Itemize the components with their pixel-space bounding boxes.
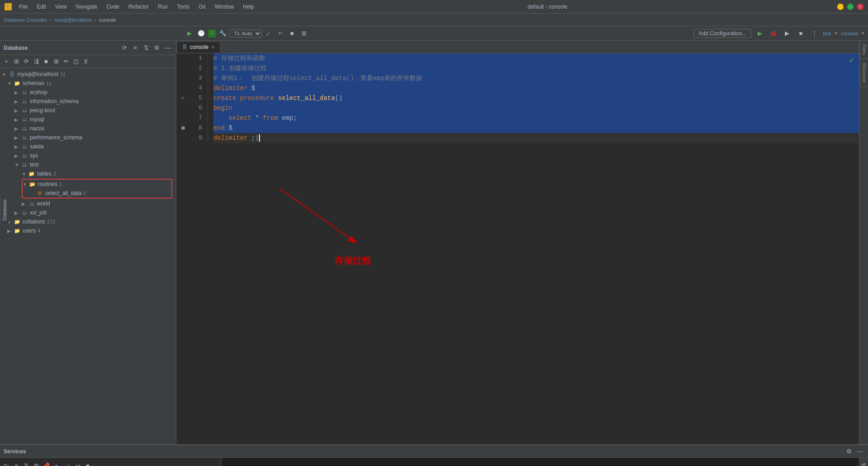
- db-schema-icon[interactable]: ⇶: [32, 57, 41, 66]
- menu-view[interactable]: View: [52, 3, 71, 11]
- bottom-hide-icon[interactable]: —: [855, 447, 864, 456]
- tree-item-jeecg-boot[interactable]: ▶ 🗂 jeecg-boot: [0, 106, 176, 115]
- code-line-5: create procedure select_all_data(): [213, 93, 859, 103]
- test-connection-label[interactable]: test: [823, 31, 831, 36]
- db-ddl-icon[interactable]: ◫: [71, 57, 80, 66]
- run-config-coverage[interactable]: ▶: [782, 29, 792, 38]
- db-edit-icon[interactable]: ✏: [61, 57, 71, 66]
- tree-item-ecshop[interactable]: ▶ 🗂 ecshop: [0, 88, 176, 97]
- db-hide-icon[interactable]: —: [163, 43, 172, 52]
- menu-help[interactable]: Help: [239, 3, 258, 11]
- tree-item-collations[interactable]: ▶ 📁 collations 272: [0, 217, 176, 226]
- tree-item-tables[interactable]: ▼ 📁 tables 3: [0, 169, 176, 178]
- db-table-icon[interactable]: ⊞: [52, 57, 61, 66]
- db-add-icon[interactable]: +: [2, 57, 11, 66]
- menu-file[interactable]: File: [15, 3, 31, 11]
- breadcrumb-sep2: ›: [94, 17, 96, 23]
- svc-add-icon[interactable]: +: [52, 461, 61, 466]
- tree-item-test[interactable]: ▼ 🗂 test: [0, 160, 176, 169]
- bottom-settings-icon[interactable]: ⚙: [844, 447, 854, 456]
- code-editor[interactable]: ✓ ✓: [176, 53, 859, 444]
- database-side-tab[interactable]: Database: [0, 195, 9, 224]
- maximize-button[interactable]: □: [847, 4, 854, 10]
- tree-arrow: ▼: [14, 162, 21, 167]
- clock-icon[interactable]: 🕐: [196, 29, 206, 38]
- title-text: default - console: [528, 4, 567, 10]
- menu-code[interactable]: Code: [103, 3, 123, 11]
- stop-button[interactable]: ■: [287, 29, 297, 38]
- tree-item-mysql[interactable]: ▶ 🗂 mysql: [0, 115, 176, 124]
- menu-edit[interactable]: Edit: [33, 3, 50, 11]
- menu-git[interactable]: Git: [195, 3, 209, 11]
- svc-collapse-icon[interactable]: ⇅: [22, 461, 31, 466]
- db-copy-icon[interactable]: ⊞: [12, 57, 21, 66]
- schema-icon: 🗂: [21, 152, 28, 159]
- run-config-more[interactable]: ⋮: [809, 29, 819, 38]
- tree-item-users[interactable]: ▶ 📁 users 4: [0, 226, 176, 235]
- line-num-6: 6: [190, 103, 204, 113]
- run-config-run[interactable]: ▶: [755, 29, 765, 38]
- svc-pin-icon[interactable]: 📌: [42, 461, 51, 466]
- tab-close-icon[interactable]: ✕: [211, 45, 215, 50]
- db-collapse-icon[interactable]: ≡: [131, 43, 140, 52]
- run-button[interactable]: ▶: [184, 29, 194, 38]
- tree-item-sys[interactable]: ▶ 🗂 sys: [0, 151, 176, 160]
- breadcrumb-sep1: ›: [50, 17, 52, 23]
- svc-check-icon[interactable]: ✓: [63, 461, 72, 466]
- undo-button[interactable]: ↩: [275, 29, 285, 38]
- menu-navigate[interactable]: Navigate: [72, 3, 101, 11]
- tree-item-schemas[interactable]: ▼ 📁 schemas 11: [0, 79, 176, 88]
- breadcrumb-mysql[interactable]: mysql@localhost: [54, 17, 92, 23]
- svc-stop-icon[interactable]: ■: [83, 461, 92, 466]
- menu-window[interactable]: Window: [211, 3, 238, 11]
- tree-item-information-schema[interactable]: ▶ 🗂 information_schema: [0, 97, 176, 106]
- structure-panel-label[interactable]: Structure: [859, 59, 868, 87]
- tx-select[interactable]: Tx: Auto: [230, 29, 262, 38]
- add-configuration-button[interactable]: Add Configuration...: [693, 29, 751, 38]
- run-config-stop[interactable]: ■: [796, 29, 806, 38]
- p-button[interactable]: P: [208, 29, 216, 38]
- services-toolbar: Tx ≡ ⇅ ⊞ 📌 + ✓ ↩ ■: [0, 460, 221, 466]
- db-sort-icon[interactable]: ⇅: [142, 43, 151, 52]
- tree-item-xxl-job[interactable]: ▶ 🗂 xxl_job: [0, 208, 176, 217]
- code-line-2: # 1.创建存储过程: [213, 63, 859, 73]
- close-button[interactable]: ✕: [857, 4, 863, 10]
- tab-console[interactable]: 🗄 console ✕: [176, 41, 221, 53]
- db-settings-icon[interactable]: ⚙: [152, 43, 161, 52]
- tree-item-routines[interactable]: ▼ 📂 routines 1: [23, 180, 171, 189]
- console-dropdown[interactable]: ▾: [862, 30, 864, 36]
- svc-undo-icon[interactable]: ↩: [73, 461, 82, 466]
- line-num-3: 3: [190, 73, 204, 83]
- tree-label: users: [23, 228, 36, 234]
- svc-group-icon[interactable]: ⊞: [32, 461, 41, 466]
- breadcrumb-db-consoles[interactable]: Database Consoles: [4, 17, 47, 23]
- tree-item-nacos[interactable]: ▶ 🗂 nacos: [0, 124, 176, 133]
- console-connection-label[interactable]: console: [841, 31, 858, 36]
- tree-item-mysql-localhost[interactable]: ▼ 🗄 mysql@localhost 11: [0, 70, 176, 79]
- tree-item-sakila[interactable]: ▶ 🗂 sakila: [0, 142, 176, 151]
- tree-item-select-all-data[interactable]: ⚙ select_all_data 0: [23, 189, 171, 198]
- tree-label: mysql@localhost: [17, 71, 58, 77]
- tree-item-performance-schema[interactable]: ▶ 🗂 performance_schema: [0, 133, 176, 142]
- check-button[interactable]: ✓: [264, 29, 274, 38]
- menu-run[interactable]: Run: [154, 3, 171, 11]
- menu-refactor[interactable]: Refactor: [125, 3, 152, 11]
- db-synchronize-icon[interactable]: ⟳: [120, 43, 129, 52]
- app-icon: 🔧: [5, 3, 12, 10]
- db-filter-icon[interactable]: ⊻: [81, 57, 90, 66]
- bottom-panel: Services ⚙ — Tx ≡ ⇅ ⊞ 📌 + ✓ ↩ ■ ▼ 🗄: [0, 444, 868, 466]
- db-stop-icon[interactable]: ■: [42, 57, 51, 66]
- tree-item-world[interactable]: ▶ 🗂 world: [0, 199, 176, 208]
- table-icon[interactable]: ⊞: [299, 29, 309, 38]
- test-dropdown[interactable]: ▾: [835, 30, 837, 36]
- wrench-icon[interactable]: 🔧: [218, 29, 228, 38]
- svc-align-icon[interactable]: ≡: [12, 461, 21, 466]
- menu-tools[interactable]: Tools: [173, 3, 193, 11]
- run-config-debug[interactable]: 🐞: [769, 29, 778, 38]
- db-refresh-icon[interactable]: ⟳: [22, 57, 31, 66]
- minimize-button[interactable]: —: [837, 4, 844, 10]
- gutter-mark-3: [181, 73, 185, 83]
- files-panel-label[interactable]: Files: [859, 41, 868, 59]
- output-area: test> create procedure select_all_data()…: [222, 458, 859, 466]
- output-wrap-icon[interactable]: ⇌: [859, 460, 868, 466]
